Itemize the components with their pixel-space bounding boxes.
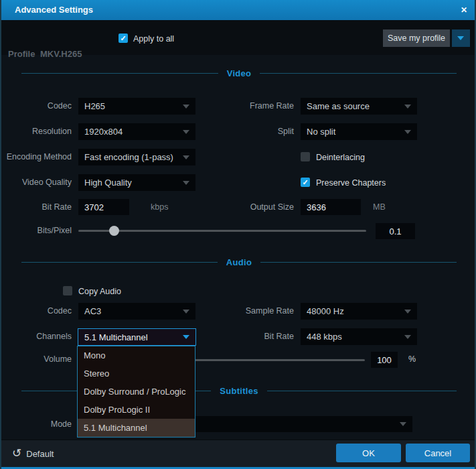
volume-unit: %: [408, 351, 416, 368]
bits-pixel-slider-track[interactable]: [78, 230, 366, 232]
chevron-down-icon: [183, 105, 189, 109]
resolution-select[interactable]: 1920x804: [78, 123, 195, 140]
chevron-down-icon: [404, 310, 411, 314]
subtitles-section-title: Subtitles: [220, 386, 258, 396]
channels-option-stereo[interactable]: Stereo: [78, 364, 195, 383]
resolution-label: Resolution: [1, 123, 72, 140]
deinterlacing-label: Deinterlacing: [316, 153, 365, 162]
channels-option-51-multichannel[interactable]: 5.1 Multichannel: [78, 419, 195, 437]
chevron-down-icon: [404, 130, 411, 134]
audio-codec-label: Codec: [1, 303, 72, 320]
chevron-down-icon: [183, 155, 189, 159]
save-profile-dropdown-button[interactable]: [452, 29, 470, 47]
audio-section-title: Audio: [226, 257, 252, 267]
chevron-down-icon: [183, 310, 189, 314]
preserve-chapters-label: Preserve Chapters: [316, 178, 386, 188]
copy-audio-label: Copy Audio: [78, 287, 121, 296]
deinterlacing-checkbox[interactable]: ✓: [301, 152, 310, 161]
output-size-unit: MB: [373, 199, 386, 216]
frame-rate-select[interactable]: Same as source: [301, 98, 417, 115]
checkmark-icon: ✓: [301, 178, 310, 187]
bit-rate-label: Bit Rate: [1, 199, 72, 216]
volume-label: Volume: [1, 351, 72, 368]
title-bar: Advanced Settings ✕: [0, 0, 476, 20]
channels-option-mono[interactable]: Mono: [78, 346, 195, 364]
chevron-down-icon: [183, 335, 189, 339]
output-size-input[interactable]: [301, 199, 361, 215]
split-label: Split: [202, 123, 294, 140]
chevron-down-icon: [183, 181, 189, 185]
sample-rate-select[interactable]: 48000 Hz: [301, 303, 417, 320]
channels-dropdown-list: Mono Stereo Dolby Surround / ProLogic Do…: [77, 346, 195, 438]
video-quality-label: Video Quality: [1, 174, 72, 191]
reset-icon: ↺: [12, 446, 21, 461]
audio-bit-rate-select[interactable]: 448 kbps: [301, 328, 417, 345]
save-my-profile-button[interactable]: Save my profile: [383, 29, 450, 47]
channels-option-dolby-prologic2[interactable]: Dolby ProLogic II: [78, 401, 195, 419]
advanced-settings-dialog: Advanced Settings ✕ Profile MKV.H265 ✓ A…: [0, 0, 476, 469]
chevron-down-icon: [457, 36, 464, 40]
apply-to-all-label: Apply to all: [133, 34, 174, 44]
video-section-header: Video: [21, 68, 457, 78]
bit-rate-unit: kbps: [151, 199, 168, 216]
audio-bit-rate-label: Bit Rate: [202, 328, 294, 345]
profile-name: MKV.H265: [40, 49, 82, 59]
bits-pixel-input[interactable]: [376, 223, 415, 239]
apply-to-all-checkbox[interactable]: ✓: [118, 34, 128, 43]
default-button[interactable]: ↺ Default: [12, 446, 54, 461]
chevron-down-icon: [404, 335, 411, 339]
video-codec-select[interactable]: H265: [78, 98, 195, 115]
dialog-title: Advanced Settings: [15, 0, 93, 20]
channels-label: Channels: [1, 328, 72, 345]
footer-bar: ↺ Default: [1, 440, 475, 467]
channels-option-dolby-surround[interactable]: Dolby Surround / ProLogic: [78, 383, 195, 401]
audio-section-header: Audio: [21, 257, 457, 267]
output-size-label: Output Size: [202, 199, 294, 216]
split-select[interactable]: No split: [301, 123, 417, 140]
profile-label: Profile: [8, 49, 35, 59]
volume-input[interactable]: [371, 352, 398, 368]
encoding-method-label: Encoding Method: [1, 149, 72, 165]
bits-pixel-label: Bits/Pixel: [1, 222, 72, 239]
encoding-method-select[interactable]: Fast encoding (1-pass): [78, 149, 195, 165]
chevron-down-icon: [183, 130, 189, 134]
chevron-down-icon: [404, 105, 411, 109]
copy-audio-checkbox[interactable]: ✓: [63, 286, 72, 295]
frame-rate-label: Frame Rate: [202, 98, 294, 115]
bits-pixel-slider-handle[interactable]: [109, 226, 119, 236]
audio-codec-select[interactable]: AC3: [78, 303, 195, 320]
close-icon[interactable]: ✕: [461, 0, 467, 20]
preserve-chapters-checkbox[interactable]: ✓: [301, 178, 310, 187]
chevron-down-icon: [400, 422, 406, 426]
subtitle-mode-label: Mode: [1, 416, 72, 433]
sample-rate-label: Sample Rate: [202, 303, 294, 320]
ok-button[interactable]: OK: [336, 444, 401, 462]
cancel-button[interactable]: Cancel: [406, 444, 470, 462]
codec-label: Codec: [1, 98, 72, 115]
channels-select[interactable]: 5.1 Multichannel: [78, 328, 196, 346]
bit-rate-input[interactable]: [78, 199, 129, 215]
checkmark-icon: ✓: [118, 34, 128, 43]
video-quality-select[interactable]: High Quality: [78, 174, 195, 191]
video-section-title: Video: [227, 68, 252, 78]
